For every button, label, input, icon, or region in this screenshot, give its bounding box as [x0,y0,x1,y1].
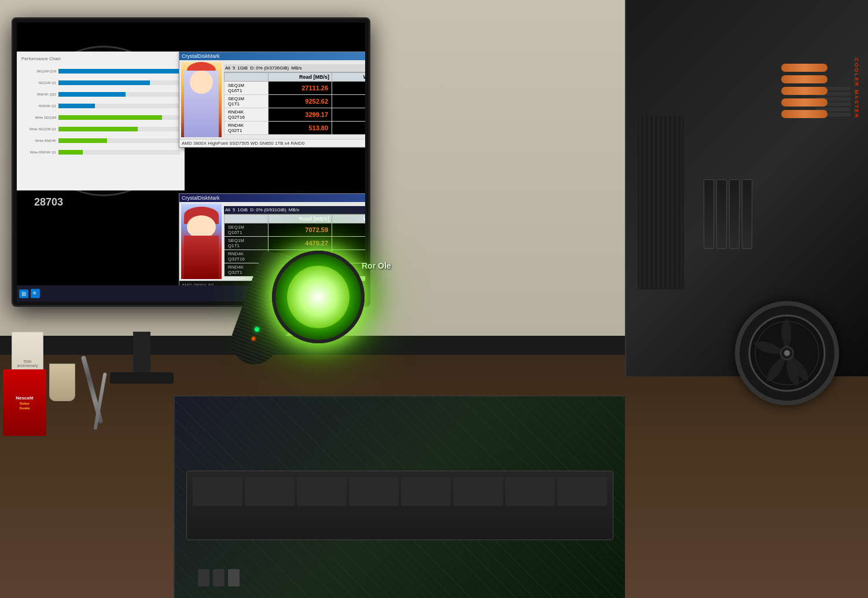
bar-fill-7 [58,138,107,143]
bench-lower-write-2: 5254.24 [332,237,365,250]
connector-1 [198,569,209,586]
bar-track-6 [58,127,180,131]
bar-label-5: Write SEQ1M [21,116,56,119]
motherboard [174,395,625,598]
case-fan [735,301,839,405]
bench-size-label: 5 [233,65,235,71]
bar-row-5: Write SEQ1M [21,113,180,122]
bench-lower-th-empty [225,215,269,223]
rgb-cooler [272,251,365,343]
bench-read-2: 9252.62 [268,95,332,108]
cooler-master-logo-text: COOLER MASTER [854,58,859,119]
gpu-fins [193,477,607,506]
pc-case: COOLER MASTER [625,0,868,376]
bar-chart-area: Performance Chart SEQ1M Q16 SEQ1M Q1 RND… [17,52,185,190]
svg-point-32 [784,350,790,356]
bar-label-2: SEQ1M Q1 [21,81,56,85]
bench-header: All 5 1GiB D: 0% (0/3726GiB) MB/s Read [… [179,60,365,139]
taskbar-search[interactable]: 🔍 [31,289,40,298]
bench-lower-5: 5 [233,207,235,212]
bench-1gib-label: 1GiB [237,65,248,71]
start-button[interactable]: ⊞ [19,289,28,298]
benchmark-table-upper: Read [MB/s] Write [MB/s] SEQ1MQ16T1 2711… [224,72,365,135]
pipe-4 [781,98,827,107]
connector-2 [213,569,225,586]
bench-lower-row-2: SEQ1MQ1T1 4479.27 5254.24 [225,237,366,250]
bar-track-7 [58,138,180,143]
memory-stick-3 [729,179,740,249]
nescafe-box: Nescafé Dolce Gusto [3,369,46,436]
bench-write-4: 483.83 [332,122,365,135]
bar-row-6: Write SEQ1M Q1 [21,125,180,133]
bench-title-lower: CrystalDiskMark [182,195,220,201]
pipe-2 [781,75,827,83]
bench-lower-label-1: SEQ1MQ16T1 [225,223,269,237]
bar-row-3: RND4K Q32 [21,90,180,98]
bench-row-label-2: SEQ1MQ1T1 [225,95,269,108]
bar-label-7: Write RND4K [21,139,56,142]
bench-config-area: All 5 1GiB D: 0% (0/3726GiB) MB/s Read [… [224,64,365,135]
bench-lower-read-2: 4479.27 [268,237,332,250]
bench-drive-info: D: 0% (0/3726GiB) [250,65,289,71]
bench-lower-row-1: SEQ1MQ16T1 7072.59 5238.83 [225,223,366,237]
bench-lower-th-read: Read [MB/s] [268,215,332,223]
bench-read-4: 513.80 [268,122,332,135]
bar-label-4: RND4K Q1 [21,104,56,108]
bench-lower-th-write: Write [MB/s] [332,215,365,223]
anime-character-1 [181,62,222,137]
bench-row-3: RND4KQ32T16 3299.17 3010.36 [225,108,366,122]
bar-row-8: Write RND4K Q1 [21,148,180,156]
ror-ole-text: Ror Ole [362,261,391,270]
gpu-fin-2 [245,477,295,506]
bar-fill-3 [58,92,126,97]
bench-titlebar-upper: CrystalDiskMark ─ □ ✕ [179,52,365,60]
bench-footer-upper: AMD 3800X HighPoint SSD7505 WD SN850 1TB… [179,139,365,147]
bench-unit-label: MB/s [291,65,301,71]
anime-character-2 [181,204,222,279]
pipe-3 [781,87,827,95]
bench-write-1: 18706.72 [332,82,365,95]
fan-svg [746,313,827,394]
bar-fill-5 [58,115,162,120]
bench-all-label: All [225,65,230,71]
bench-lower-config-row: All 5 1GiB D: 0% (0/931GiB) MB/s [224,206,365,214]
gpu-fin-4 [349,477,399,506]
bench-read-1: 27111.26 [268,82,332,95]
bench-lower-label-2: SEQ1MQ1T1 [225,237,269,250]
bar-fill-4 [58,104,95,108]
anime-char-art-1 [181,62,222,137]
rgb-cooler-inner [287,266,350,328]
scene: 0 1 2 3 4 5 6 7 8 9 10 [0,0,868,598]
bar-label-8: Write RND4K Q1 [21,151,56,154]
bar-track-4 [58,104,180,108]
bench-row-2: SEQ1MQ1T1 9252.62 9321.66 [225,95,366,108]
gpu-card [186,471,613,540]
bench-lower-unit: MB/s [289,207,299,212]
nescafe-sub: Dolce [20,402,29,405]
bench-config-row: All 5 1GiB D: 0% (0/3726GiB) MB/s [224,64,365,72]
bar-fill-2 [58,80,150,85]
bar-row-7: Write RND4K [21,137,180,145]
bar-label-1: SEQ1M Q16 [21,69,56,73]
monitor-base [110,372,174,384]
radiator-tubes [638,116,684,289]
bar-track-3 [58,92,180,97]
led-indicator-1 [255,327,259,332]
memory-sticks [704,179,752,249]
bench-row-1: SEQ1MQ16T1 27111.26 18706.72 [225,82,366,95]
memory-stick-2 [716,179,727,249]
nescafe-sub2: Gusto [20,406,30,410]
cup-on-desk [49,364,75,401]
bench-row-label-4: RND4KQ32T1 [225,122,269,135]
connectors-area [198,569,240,586]
bar-label-6: Write SEQ1M Q1 [21,127,56,131]
bench-write-2: 9321.66 [332,95,365,108]
bar-track-2 [58,80,180,85]
bar-fill-6 [58,127,138,131]
bench-lower-drive: D: 0% (0/931GiB) [250,207,286,212]
bench-th-empty [225,73,269,82]
copper-pipes [775,58,833,232]
monitor-stand [133,332,150,378]
fan-blades [746,313,827,394]
chart-title: Performance Chart [21,56,180,61]
